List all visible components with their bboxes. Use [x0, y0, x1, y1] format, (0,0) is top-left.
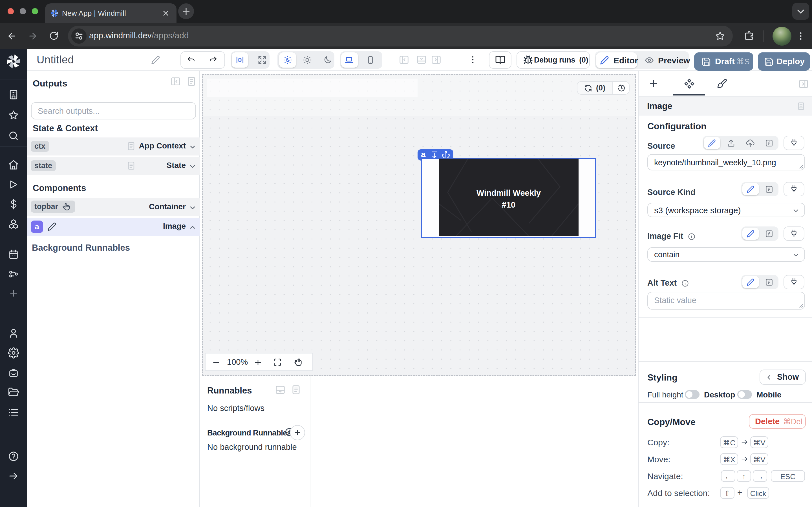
svg-text:#10: #10: [502, 200, 515, 209]
svg-text:Windmill Weekly: Windmill Weekly: [476, 188, 541, 198]
